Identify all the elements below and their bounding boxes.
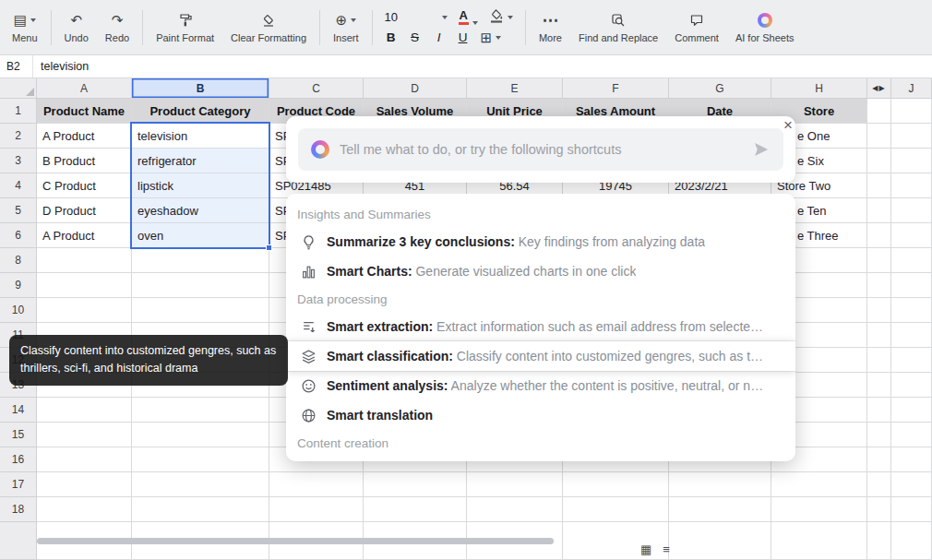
comment-button[interactable]: Comment xyxy=(666,4,727,52)
column-header-G[interactable]: G xyxy=(669,78,771,99)
cell-A3[interactable]: B Product xyxy=(37,149,132,173)
ai-shortcut-smart-extraction[interactable]: Smart extraction: Extract information su… xyxy=(286,312,795,341)
selection-fill-handle[interactable] xyxy=(266,244,272,251)
font-size-dropdown[interactable]: 10 xyxy=(385,10,448,24)
cell-A16[interactable] xyxy=(37,447,132,472)
ai-shortcut-smart-translation[interactable]: Smart translation xyxy=(286,400,795,430)
cell-A4[interactable]: C Product xyxy=(37,173,132,198)
cell-A6[interactable]: A Product xyxy=(37,223,132,248)
italic-button[interactable]: I xyxy=(433,30,446,44)
send-button[interactable] xyxy=(752,140,771,159)
cell-B5[interactable]: eyeshadow xyxy=(132,198,269,223)
row-header-18[interactable]: 18 xyxy=(0,497,37,522)
cell-A1[interactable]: Product Name xyxy=(37,99,132,124)
cell-B8[interactable] xyxy=(132,248,269,273)
cell-J2[interactable] xyxy=(891,124,932,149)
row-header-10[interactable]: 10 xyxy=(0,298,37,323)
cell-D18[interactable] xyxy=(364,497,467,522)
formula-input[interactable]: television xyxy=(33,60,89,73)
cell-A9[interactable] xyxy=(37,273,132,298)
cell-B9[interactable] xyxy=(132,273,269,298)
row-header-15[interactable]: 15 xyxy=(0,423,37,447)
cell-B3[interactable]: refrigerator xyxy=(132,149,269,173)
cell-J14[interactable] xyxy=(891,398,932,423)
borders-button[interactable]: ⊞ xyxy=(481,30,502,44)
sheet-list-icon[interactable]: ≡ xyxy=(663,543,670,555)
row-header-17[interactable]: 17 xyxy=(0,472,37,497)
column-header-J[interactable]: J xyxy=(891,78,932,99)
cell-F17[interactable] xyxy=(563,472,669,497)
cell-B17[interactable] xyxy=(132,472,269,497)
cell-A2[interactable]: A Product xyxy=(37,124,132,149)
find-replace-button[interactable]: Find and Replace xyxy=(570,4,666,52)
cell-C18[interactable] xyxy=(269,497,364,522)
horizontal-scrollbar[interactable] xyxy=(37,538,554,544)
close-icon[interactable]: × xyxy=(783,117,793,133)
cell-J8[interactable] xyxy=(891,248,932,273)
cell-B18[interactable] xyxy=(132,497,269,522)
bold-button[interactable]: B xyxy=(385,30,398,44)
cell-B10[interactable] xyxy=(132,298,269,323)
cell-D17[interactable] xyxy=(364,472,467,497)
cell-A17[interactable] xyxy=(37,472,132,497)
cell-J17[interactable] xyxy=(891,472,932,497)
cell-E18[interactable] xyxy=(467,497,563,522)
freeze-split-control[interactable]: ◀▶ xyxy=(867,78,891,99)
ai-shortcut-summarize-3-key-conclusions[interactable]: Summarize 3 key conclusions: Key finding… xyxy=(286,227,795,256)
cell-H17[interactable] xyxy=(771,472,867,497)
select-all-corner[interactable] xyxy=(0,78,37,99)
menu-button[interactable]: ▤ Menu xyxy=(4,4,46,52)
underline-button[interactable]: U xyxy=(457,30,470,44)
cell-A14[interactable] xyxy=(37,398,132,423)
column-header-B[interactable]: B xyxy=(132,78,269,99)
cell-A10[interactable] xyxy=(37,298,132,323)
cell-J9[interactable] xyxy=(891,273,932,298)
clear-formatting-button[interactable]: Clear Formatting xyxy=(222,4,315,52)
column-header-A[interactable]: A xyxy=(37,78,132,99)
ai-for-sheets-button[interactable]: AI for Sheets xyxy=(727,4,803,52)
row-header-16[interactable]: 16 xyxy=(0,447,37,472)
cell-J13[interactable] xyxy=(891,373,932,398)
cell-E17[interactable] xyxy=(467,472,563,497)
column-header-D[interactable]: D xyxy=(364,78,467,99)
cell-J6[interactable] xyxy=(891,223,932,248)
ai-shortcut-smart-charts[interactable]: Smart Charts: Generate visualized charts… xyxy=(286,256,795,286)
cell-B4[interactable]: lipstick xyxy=(132,173,269,198)
cell-G18[interactable] xyxy=(669,497,771,522)
cell-J16[interactable] xyxy=(891,447,932,472)
cell-C17[interactable] xyxy=(269,472,364,497)
row-header-4[interactable]: 4 xyxy=(0,173,37,198)
font-color-button[interactable]: A xyxy=(459,9,478,25)
cell-A15[interactable] xyxy=(37,423,132,447)
row-header-2[interactable]: 2 xyxy=(0,124,37,149)
column-header-C[interactable]: C xyxy=(269,78,364,99)
cell-A18[interactable] xyxy=(37,497,132,522)
cell-A5[interactable]: D Product xyxy=(37,198,132,223)
ai-shortcut-smart-classification[interactable]: Smart classification: Classify content i… xyxy=(286,341,795,371)
cell-J12[interactable] xyxy=(891,348,932,373)
ai-prompt-input[interactable]: Tell me what to do, or try the following… xyxy=(298,128,783,171)
insert-button[interactable]: ⊕ Insert xyxy=(325,4,367,52)
redo-button[interactable]: ↷ Redo xyxy=(97,4,137,52)
cell-reference-box[interactable]: B2 xyxy=(0,55,33,77)
cell-J5[interactable] xyxy=(891,198,932,223)
fill-color-button[interactable] xyxy=(489,8,513,27)
cell-B6[interactable]: oven xyxy=(132,223,269,248)
column-header-F[interactable]: F xyxy=(563,78,669,99)
undo-button[interactable]: ↶ Undo xyxy=(56,4,97,52)
cell-H18[interactable] xyxy=(771,497,867,522)
cell-J11[interactable] xyxy=(891,323,932,348)
column-header-E[interactable]: E xyxy=(467,78,563,99)
cell-B16[interactable] xyxy=(132,447,269,472)
cell-F18[interactable] xyxy=(563,497,669,522)
cell-G17[interactable] xyxy=(669,472,771,497)
cell-B15[interactable] xyxy=(132,423,269,447)
row-header-8[interactable]: 8 xyxy=(0,248,37,273)
strikethrough-button[interactable]: S xyxy=(409,30,422,44)
cell-J3[interactable] xyxy=(891,149,932,173)
cell-A8[interactable] xyxy=(37,248,132,273)
paint-format-button[interactable]: Paint Format xyxy=(148,4,222,52)
cell-J1[interactable] xyxy=(891,99,932,124)
cell-J15[interactable] xyxy=(891,423,932,447)
row-header-3[interactable]: 3 xyxy=(0,149,37,173)
